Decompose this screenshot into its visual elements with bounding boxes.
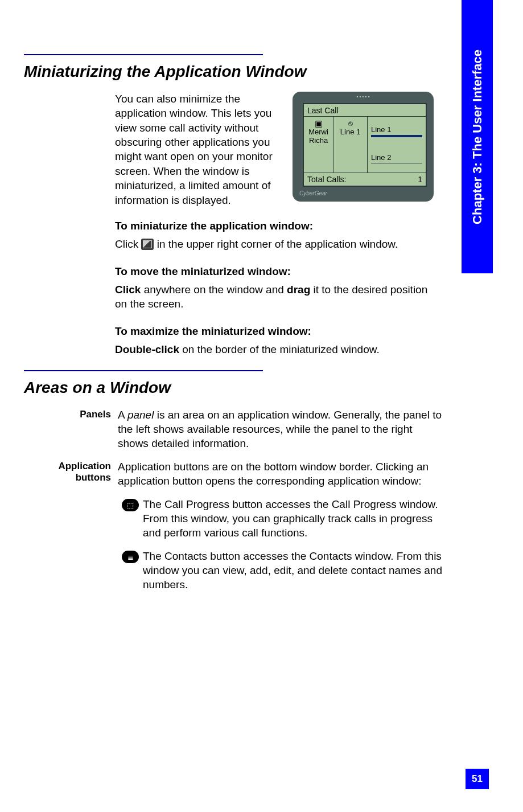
section-rule [24,54,263,55]
step-body-miniaturize: Click in the upper right corner of the a… [115,237,434,251]
line-mid-label: Line 1 [340,128,360,136]
text-fragment: on the border of the miniaturized window… [179,343,380,355]
text-fragment: Click [115,284,141,296]
miniaturized-window-figure: • • • • • Last Call ▣ Merwi Richa ⎋ Line… [293,92,434,202]
definition-text-panels: A panel is an area on an application win… [118,408,445,450]
definition-label-panels: Panels [24,408,118,450]
contact-icon: ▣ [315,119,323,128]
text-fragment: The [143,498,164,510]
total-calls-value: 1 [418,175,422,184]
device-bezel-label: • • • • • [293,94,434,99]
step-body-maximize: Double-click on the border of the miniat… [115,342,434,356]
text-fragment: panel [127,409,154,421]
device-screen: Last Call ▣ Merwi Richa ⎋ Line 1 [303,103,427,187]
line1-bar [371,135,422,137]
text-fragment: Click [115,238,141,250]
chapter-title: Chapter 3: The User Interface [470,50,485,224]
text-fragment: in the upper right corner of the applica… [154,238,398,250]
text-fragment: is an area on an application window. Gen… [118,409,442,449]
minimize-icon [141,239,154,250]
text-fragment: Call Progress [164,498,229,510]
definition-text-appbuttons: Application buttons are on the bottom wi… [118,460,445,488]
section-heading-miniaturizing: Miniaturizing the Application Window [24,62,445,81]
line2-bar [371,163,422,163]
step-head-maximize: To maximize the miniaturized window: [115,325,434,338]
line2-label: Line 2 [371,153,391,162]
line-split-icon: ⎋ [348,119,353,128]
caller-name-2: Richa [309,136,328,145]
step-head-miniaturize: To miniaturize the application window: [115,220,434,232]
section-rule [24,370,263,371]
step-head-move: To move the miniaturized window: [115,265,434,278]
device-brand: CyberGear [299,190,327,196]
definition-label-appbuttons: Application buttons [24,460,118,488]
step-body-move: Click anywhere on the window and drag it… [115,282,434,311]
total-calls-label: Total Calls: [307,175,346,184]
text-fragment: A [118,409,127,421]
text-fragment: drag [287,284,310,296]
page-content: Miniaturizing the Application Window • •… [24,54,445,601]
contacts-icon: ≣ [122,551,139,563]
text-fragment: Double-click [115,343,179,355]
line1-label: Line 1 [371,125,391,134]
page-number-value: 51 [472,773,483,785]
text-fragment: Contacts [164,550,207,562]
chapter-side-tab: Chapter 3: The User Interface [462,0,493,273]
last-call-label: Last Call [304,104,426,116]
section-heading-areas: Areas on a Window [24,378,445,397]
page-number: 51 [466,769,489,789]
contacts-description: The Contacts button accesses the Contact… [143,549,445,592]
text-fragment: The [143,550,164,562]
text-fragment: anywhere on the window and [141,284,287,296]
caller-name-1: Merwi [308,128,328,136]
call-progress-icon: ⬚ [122,499,139,511]
call-progress-description: The Call Progress button accesses the Ca… [143,497,445,540]
